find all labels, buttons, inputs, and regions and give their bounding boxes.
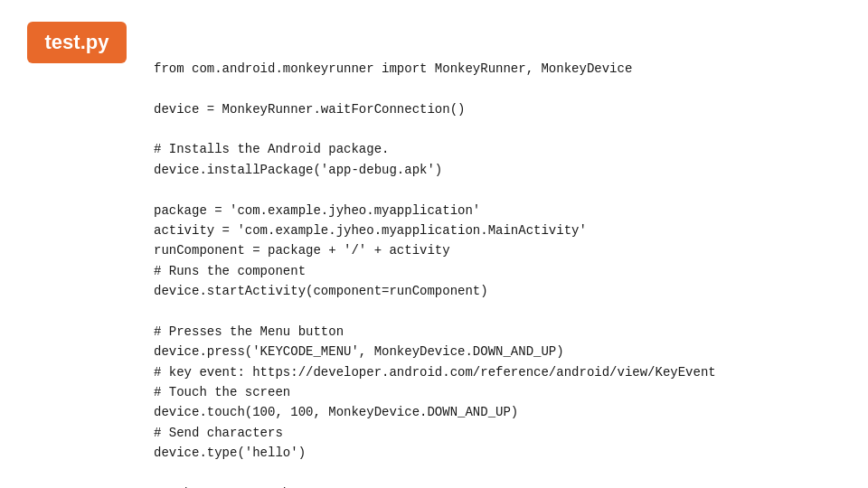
code-line: device.startActivity(component=runCompon… bbox=[154, 281, 841, 301]
code-line: device = MonkeyRunner.waitForConnection(… bbox=[154, 99, 841, 119]
code-block: from com.android.monkeyrunner import Mon… bbox=[154, 18, 841, 488]
slide-container: test.py from com.android.monkeyrunner im… bbox=[0, 0, 868, 488]
code-line: # Runs the component bbox=[154, 261, 841, 281]
code-line: activity = 'com.example.jyheo.myapplicat… bbox=[154, 221, 841, 240]
code-line: device.type('hello') bbox=[154, 443, 841, 463]
code-line: # key event: https://developer.android.c… bbox=[154, 362, 841, 382]
code-line bbox=[154, 79, 841, 99]
code-line: # Presses the Menu button bbox=[154, 322, 841, 342]
code-line bbox=[154, 464, 841, 483]
title-badge: test.py bbox=[27, 22, 127, 63]
code-line: device.press('KEYCODE_MENU', MonkeyDevic… bbox=[154, 342, 841, 361]
code-line bbox=[154, 180, 841, 200]
code-line: # Send characters bbox=[154, 423, 841, 443]
code-line: # Takes a screenshot bbox=[154, 483, 841, 488]
code-line: # Installs the Android package. bbox=[154, 139, 841, 159]
code-line bbox=[154, 301, 841, 321]
code-line: from com.android.monkeyrunner import Mon… bbox=[154, 59, 841, 79]
code-line bbox=[154, 119, 841, 139]
code-line: device.installPackage('app-debug.apk') bbox=[154, 160, 841, 180]
code-line: # Touch the screen bbox=[154, 382, 841, 402]
code-line: device.touch(100, 100, MonkeyDevice.DOWN… bbox=[154, 402, 841, 422]
code-line: runComponent = package + '/' + activity bbox=[154, 240, 841, 260]
code-line: package = 'com.example.jyheo.myapplicati… bbox=[154, 201, 841, 221]
